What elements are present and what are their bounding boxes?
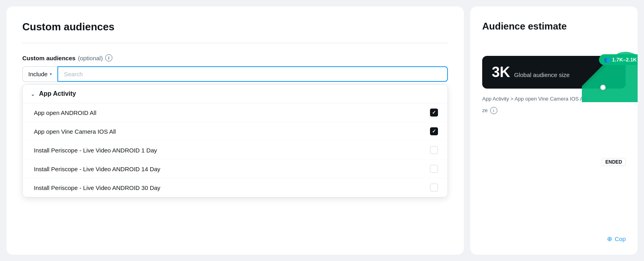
- field-label: Custom audiences (optional) i: [22, 54, 448, 61]
- info-icon[interactable]: i: [105, 54, 112, 61]
- category-row[interactable]: ⌄ App Activity: [23, 85, 448, 103]
- copy-label: Cop: [615, 235, 626, 242]
- list-item[interactable]: App open Vine Camera IOS All: [23, 122, 448, 141]
- checkbox-item-1[interactable]: [430, 127, 438, 135]
- search-input-wrapper: [57, 66, 448, 82]
- ended-badge-wrapper: ENDED: [602, 158, 626, 165]
- tooltip-label: Global audience size: [514, 71, 569, 78]
- chart-area: [582, 38, 638, 102]
- list-item[interactable]: Install Periscope - Live Video ANDROID 3…: [23, 178, 448, 197]
- item-label: App open ANDROID All: [34, 109, 96, 116]
- list-item[interactable]: Install Periscope - Live Video ANDROID 1…: [23, 141, 448, 160]
- list-item[interactable]: App open ANDROID All: [23, 103, 448, 122]
- audience-chart: [582, 38, 638, 102]
- ended-badge: ENDED: [602, 158, 626, 166]
- include-label: Include: [28, 71, 47, 77]
- right-panel: Audience estimate 👥 1.7K–2.1K 3K Global …: [470, 6, 638, 255]
- audience-badge-text: 1.7K–2.1K: [612, 57, 637, 63]
- dropdown-list: ⌄ App Activity App open ANDROID All App …: [22, 84, 448, 198]
- copy-icon: ⊕: [607, 235, 612, 243]
- tooltip-number: 3K: [492, 64, 510, 81]
- chevron-down-icon: ▾: [50, 72, 52, 76]
- main-panel: Custom audiences Custom audiences (optio…: [6, 6, 464, 255]
- size-info-icon[interactable]: i: [490, 107, 497, 114]
- item-label: Install Periscope - Live Video ANDROID 3…: [34, 184, 160, 191]
- item-label: App open Vine Camera IOS All: [34, 128, 116, 135]
- item-label: Install Periscope - Live Video ANDROID 1…: [34, 147, 157, 154]
- search-input[interactable]: [64, 71, 442, 77]
- divider: [22, 43, 448, 43]
- checkbox-item-0[interactable]: [430, 109, 438, 117]
- audience-badge-icon: 👥: [604, 57, 610, 63]
- audience-size-row: ze i: [482, 107, 626, 114]
- include-dropdown[interactable]: Include ▾: [22, 66, 57, 82]
- checkbox-item-3[interactable]: [430, 165, 438, 173]
- right-panel-title: Audience estimate: [482, 21, 626, 32]
- search-row: Include ▾: [22, 66, 448, 82]
- audience-size-label: ze: [482, 107, 488, 113]
- collapse-icon: ⌄: [31, 91, 35, 97]
- slider-dot: [600, 85, 606, 90]
- item-label: Install Periscope - Live Video ANDROID 1…: [34, 166, 160, 172]
- checkbox-item-4[interactable]: [430, 184, 438, 192]
- audience-size-badge: 👥 1.7K–2.1K: [599, 54, 638, 65]
- list-item[interactable]: Install Periscope - Live Video ANDROID 1…: [23, 160, 448, 178]
- checkbox-item-2[interactable]: [430, 146, 438, 154]
- copy-link[interactable]: ⊕ Cop: [607, 235, 626, 243]
- category-name: App Activity: [39, 90, 76, 97]
- page-title: Custom audiences: [22, 21, 448, 33]
